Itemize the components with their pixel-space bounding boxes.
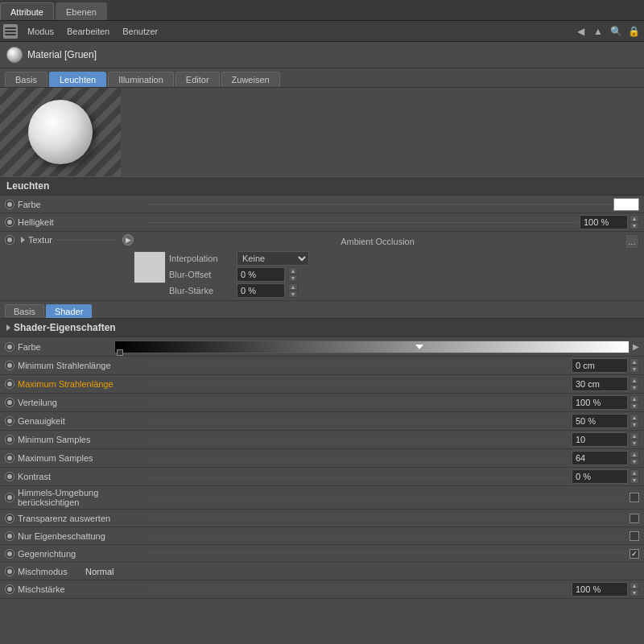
blur-staerke-down[interactable]: ▼ xyxy=(288,291,298,298)
material-title: Material [Gruen] xyxy=(27,49,97,60)
kontrast-radio[interactable] xyxy=(5,472,14,481)
kontrast-input[interactable] xyxy=(572,469,628,484)
max-strahlen-input[interactable] xyxy=(572,377,628,391)
helligkeit-down[interactable]: ▼ xyxy=(630,222,639,229)
mischstaerke-up[interactable]: ▲ xyxy=(630,582,639,589)
textur-sub-area: Interpolation Keine Blur-Offset ▲ ▼ xyxy=(134,251,639,298)
sub-tab-basis[interactable]: Basis xyxy=(5,304,44,318)
genauigkeit-radio[interactable] xyxy=(5,416,14,426)
sub-tab-shader[interactable]: Shader xyxy=(46,304,92,318)
textur-more-btn[interactable]: … xyxy=(625,234,639,249)
min-strahlen-radio[interactable] xyxy=(5,361,14,370)
menu-bearbeiten[interactable]: Bearbeiten xyxy=(60,25,116,38)
max-strahlen-row: Maximum Strahlenlänge ▲ ▼ xyxy=(0,375,644,394)
min-strahlen-down[interactable]: ▼ xyxy=(630,365,639,373)
kontrast-down[interactable]: ▼ xyxy=(630,477,639,484)
textur-content: Ambient Occlusion … Interpolation Keine … xyxy=(134,234,639,298)
helligkeit-radio[interactable] xyxy=(5,217,14,227)
transparenz-radio[interactable] xyxy=(5,514,14,523)
textur-channel-btn[interactable]: ▶ xyxy=(122,234,134,246)
blur-offset-label: Blur-Offset xyxy=(169,270,233,279)
shader-expand-icon[interactable] xyxy=(6,324,10,331)
min-samples-down[interactable]: ▼ xyxy=(630,440,639,447)
max-samples-up[interactable]: ▲ xyxy=(630,451,639,458)
arrow-left-icon[interactable]: ◀ xyxy=(573,24,588,39)
max-samples-label: Maximum Samples xyxy=(18,453,147,463)
farbe-swatch[interactable] xyxy=(613,198,639,211)
tab-editor[interactable]: Editor xyxy=(175,72,220,87)
mischstaerke-down[interactable]: ▼ xyxy=(630,589,639,597)
eigenbeschattung-checkbox[interactable] xyxy=(630,531,639,541)
genauigkeit-up[interactable]: ▲ xyxy=(630,414,639,421)
tab-leuchten[interactable]: Leuchten xyxy=(49,72,106,87)
textur-radio[interactable] xyxy=(5,235,14,245)
mischstaerke-input[interactable] xyxy=(572,582,628,597)
textur-thumbnail[interactable] xyxy=(134,251,166,283)
tab-basis[interactable]: Basis xyxy=(5,72,47,87)
farbe-row: Farbe xyxy=(0,196,644,213)
farbe-radio[interactable] xyxy=(5,200,14,209)
verteilung-up[interactable]: ▲ xyxy=(630,395,639,402)
kontrast-up[interactable]: ▲ xyxy=(630,469,639,477)
blur-staerke-up[interactable]: ▲ xyxy=(288,283,298,291)
tab-illumination[interactable]: Illumination xyxy=(108,72,174,87)
min-samples-input[interactable] xyxy=(572,432,628,447)
shader-farbe-radio[interactable] xyxy=(5,342,14,352)
lock-icon[interactable]: 🔒 xyxy=(626,24,641,39)
max-samples-radio[interactable] xyxy=(5,453,14,463)
section-tab-bar: Basis Leuchten Illumination Editor Zuwei… xyxy=(0,68,644,88)
mischmodus-value: Normal xyxy=(85,567,114,576)
verteilung-radio[interactable] xyxy=(5,398,14,407)
himmels-checkbox[interactable] xyxy=(630,493,639,502)
shader-farbe-row: Farbe ▶ xyxy=(0,337,644,357)
tab-attribute[interactable]: Attribute xyxy=(0,2,54,20)
helligkeit-value: ▲ ▼ xyxy=(580,215,639,229)
gradient-arrow-right[interactable]: ▶ xyxy=(633,342,639,351)
arrow-up-icon[interactable]: ▲ xyxy=(591,24,605,39)
max-samples-input[interactable] xyxy=(572,451,628,465)
gradient-handle[interactable] xyxy=(117,349,123,356)
interpolation-select[interactable]: Keine xyxy=(237,251,309,266)
mischmodus-radio[interactable] xyxy=(5,567,14,576)
search-icon[interactable]: 🔍 xyxy=(609,24,623,39)
min-strahlen-input[interactable] xyxy=(572,358,628,373)
interpolation-label: Interpolation xyxy=(169,254,233,263)
mischmodus-row: Mischmodus Normal xyxy=(0,563,644,580)
verteilung-label: Verteilung xyxy=(18,398,147,407)
max-strahlen-up[interactable]: ▲ xyxy=(630,377,639,384)
verteilung-input[interactable] xyxy=(572,395,628,410)
helligkeit-up[interactable]: ▲ xyxy=(630,215,639,222)
transparenz-checkbox[interactable] xyxy=(630,514,639,523)
tab-zuweisen[interactable]: Zuweisen xyxy=(221,72,280,87)
eigenbeschattung-radio[interactable] xyxy=(5,531,14,541)
menu-modus[interactable]: Modus xyxy=(21,25,60,38)
genauigkeit-input[interactable] xyxy=(572,414,628,428)
helligkeit-input[interactable] xyxy=(580,215,628,229)
max-samples-down[interactable]: ▼ xyxy=(630,458,639,465)
min-samples-radio[interactable] xyxy=(5,435,14,444)
max-strahlen-radio[interactable] xyxy=(5,379,14,389)
hamburger-icon[interactable] xyxy=(3,24,18,39)
blur-staerke-label: Blur-Stärke xyxy=(169,286,233,295)
himmels-radio[interactable] xyxy=(5,493,14,502)
gegenrichtung-checkbox[interactable]: ✓ xyxy=(630,549,639,559)
min-samples-up[interactable]: ▲ xyxy=(630,432,639,440)
gradient-bar[interactable] xyxy=(114,341,630,353)
mischstaerke-radio[interactable] xyxy=(5,584,14,594)
max-strahlen-down[interactable]: ▼ xyxy=(630,384,639,391)
transparenz-row: Transparenz auswerten xyxy=(0,510,644,527)
menu-benutzer[interactable]: Benutzer xyxy=(116,25,164,38)
min-strahlen-up[interactable]: ▲ xyxy=(630,358,639,365)
material-preview[interactable] xyxy=(0,88,121,176)
blur-staerke-input[interactable] xyxy=(237,283,285,298)
textur-expand-icon[interactable] xyxy=(21,237,25,243)
blur-offset-input[interactable] xyxy=(237,267,285,282)
tab-ebenen[interactable]: Ebenen xyxy=(56,2,107,20)
blur-offset-up[interactable]: ▲ xyxy=(288,267,298,275)
gradient-marker[interactable] xyxy=(415,345,423,349)
gegenrichtung-radio[interactable] xyxy=(5,549,14,559)
verteilung-down[interactable]: ▼ xyxy=(630,402,639,410)
blur-offset-down[interactable]: ▼ xyxy=(288,275,298,282)
kontrast-row: Kontrast ▲ ▼ xyxy=(0,468,644,486)
genauigkeit-down[interactable]: ▼ xyxy=(630,421,639,428)
